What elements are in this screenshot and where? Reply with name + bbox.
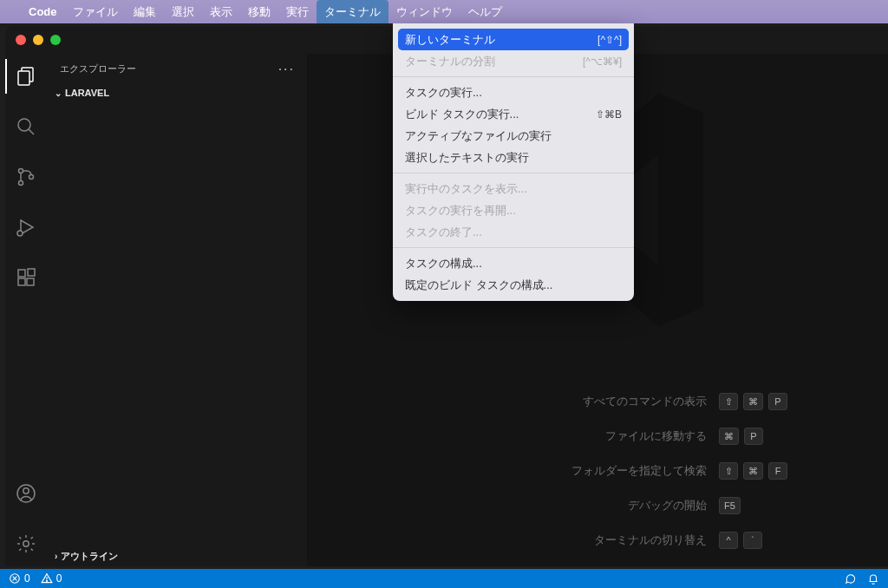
menu-run[interactable]: 実行: [278, 0, 317, 23]
menu-item-label: アクティブなファイルの実行: [405, 128, 552, 144]
menu-configure-default-build-task[interactable]: 既定のビルド タスクの構成...: [393, 274, 634, 296]
status-notifications-icon[interactable]: [867, 572, 879, 585]
macos-menubar: Code ファイル 編集 選択 表示 移動 実行 ターミナル ウィンドウ ヘルプ: [0, 0, 888, 23]
menu-selection[interactable]: 選択: [164, 0, 202, 23]
menu-help[interactable]: ヘルプ: [460, 0, 510, 23]
traffic-lights: [16, 35, 61, 45]
sidebar-project-folder[interactable]: ⌄ LARAVEL: [48, 84, 307, 101]
menu-app-name[interactable]: Code: [21, 0, 65, 23]
svg-point-8: [17, 231, 23, 236]
sidebar-explorer: エクスプローラー ··· ⌄ LARAVEL › アウトライン: [47, 54, 307, 566]
menu-item-label: 既定のビルド タスクの構成...: [405, 278, 552, 293]
key-chip: `: [743, 532, 762, 549]
menu-item-label: 実行中のタスクを表示...: [405, 181, 527, 197]
menu-item-label: ビルド タスクの実行...: [405, 107, 519, 122]
svg-point-14: [23, 488, 29, 493]
sidebar-header: エクスプローラー ···: [48, 54, 307, 84]
sidebar-outline[interactable]: › アウトライン: [48, 546, 307, 566]
project-folder-label: LARAVEL: [65, 88, 109, 98]
svg-rect-11: [27, 278, 34, 285]
shortcut-label: デバッグの開始: [372, 498, 707, 513]
menu-run-active-file[interactable]: アクティブなファイルの実行: [393, 125, 634, 147]
key-chip: ⇧: [719, 462, 738, 480]
menu-item-label: 選択したテキストの実行: [405, 150, 529, 166]
search-icon[interactable]: [5, 108, 47, 146]
shortcut-row-commands: すべてのコマンドの表示 ⇧ ⌘ P: [372, 393, 823, 410]
activity-bar: [5, 54, 47, 566]
key-chip: ^: [719, 532, 738, 549]
menu-separator: [393, 247, 634, 248]
menu-window[interactable]: ウィンドウ: [388, 0, 460, 23]
menu-item-label: タスクの実行...: [405, 85, 482, 101]
menu-new-terminal[interactable]: 新しいターミナル [^⇧^]: [398, 29, 629, 50]
status-feedback-icon[interactable]: [845, 572, 857, 585]
menu-run-task[interactable]: タスクの実行...: [393, 82, 634, 103]
explorer-title: エクスプローラー: [60, 62, 136, 75]
run-debug-icon[interactable]: [5, 208, 47, 246]
explorer-icon[interactable]: [5, 57, 47, 95]
menu-show-running-tasks: 実行中のタスクを表示...: [393, 178, 634, 199]
minimize-window-icon[interactable]: [33, 35, 43, 45]
zoom-window-icon[interactable]: [50, 35, 61, 45]
svg-rect-12: [28, 269, 35, 276]
shortcut-label: すべてのコマンドの表示: [372, 394, 707, 409]
shortcut-label: ターミナルの切り替え: [372, 532, 707, 548]
extensions-icon[interactable]: [5, 258, 47, 297]
outline-title: アウトライン: [61, 550, 118, 563]
shortcut-label: フォルダーを指定して検索: [372, 463, 707, 479]
menu-terminal[interactable]: ターミナル: [317, 0, 388, 23]
menu-item-shortcut: [^⇧^]: [597, 34, 622, 46]
source-control-icon[interactable]: [5, 158, 47, 196]
svg-point-4: [19, 169, 23, 173]
key-chip: P: [768, 393, 787, 410]
shortcut-row-find-in-folder: フォルダーを指定して検索 ⇧ ⌘ F: [372, 462, 823, 480]
settings-gear-icon[interactable]: [5, 525, 47, 563]
status-errors-count: 0: [24, 572, 30, 585]
sidebar-tree-empty: [48, 101, 307, 546]
svg-point-5: [19, 181, 23, 186]
menu-run-selected-text[interactable]: 選択したテキストの実行: [393, 147, 634, 168]
menu-separator: [393, 76, 634, 77]
menu-go[interactable]: 移動: [240, 0, 278, 23]
accounts-icon[interactable]: [5, 474, 47, 513]
welcome-shortcuts: すべてのコマンドの表示 ⇧ ⌘ P ファイルに移動する ⌘ P フォルダーを指定: [372, 393, 823, 549]
shortcut-label: ファイルに移動する: [372, 428, 707, 444]
key-chip: ⌘: [719, 428, 739, 445]
svg-point-20: [46, 580, 47, 581]
menu-configure-tasks[interactable]: タスクの構成...: [393, 252, 634, 274]
menu-separator: [393, 173, 634, 173]
chevron-right-icon: ›: [55, 552, 57, 561]
key-chip: P: [744, 428, 763, 445]
svg-point-2: [18, 119, 30, 131]
status-bar: 0 0: [0, 569, 888, 588]
key-chip: F: [768, 462, 787, 480]
svg-rect-10: [18, 278, 25, 285]
menu-split-terminal: ターミナルの分割 [^⌥⌘¥]: [393, 50, 634, 72]
menu-file[interactable]: ファイル: [65, 0, 126, 23]
key-chip: ⇧: [719, 393, 738, 410]
svg-rect-1: [18, 71, 29, 85]
shortcut-row-goto-file: ファイルに移動する ⌘ P: [372, 428, 823, 445]
menu-item-shortcut: ⇧⌘B: [596, 108, 622, 121]
menu-view[interactable]: 表示: [202, 0, 240, 23]
status-warnings[interactable]: 0: [41, 572, 62, 585]
menu-item-label: ターミナルの分割: [405, 54, 495, 69]
chevron-down-icon: ⌄: [55, 88, 62, 98]
shortcut-row-start-debug: デバッグの開始 F5: [372, 497, 823, 514]
svg-point-15: [23, 541, 29, 546]
menu-restart-task: タスクの実行を再開...: [393, 199, 634, 221]
explorer-more-icon[interactable]: ···: [278, 62, 295, 77]
svg-line-3: [29, 129, 34, 134]
menu-edit[interactable]: 編集: [126, 0, 164, 23]
status-warnings-count: 0: [56, 572, 62, 585]
shortcut-row-toggle-terminal: ターミナルの切り替え ^ `: [372, 532, 823, 549]
status-errors[interactable]: 0: [9, 572, 30, 585]
key-chip: F5: [719, 497, 741, 514]
close-window-icon[interactable]: [16, 35, 26, 45]
menu-item-label: 新しいターミナル: [405, 32, 495, 48]
key-chip: ⌘: [743, 462, 763, 480]
menu-item-label: タスクの構成...: [405, 256, 482, 271]
svg-rect-9: [18, 270, 25, 277]
menu-run-build-task[interactable]: ビルド タスクの実行... ⇧⌘B: [393, 103, 634, 125]
menu-item-label: タスクの実行を再開...: [405, 203, 516, 219]
